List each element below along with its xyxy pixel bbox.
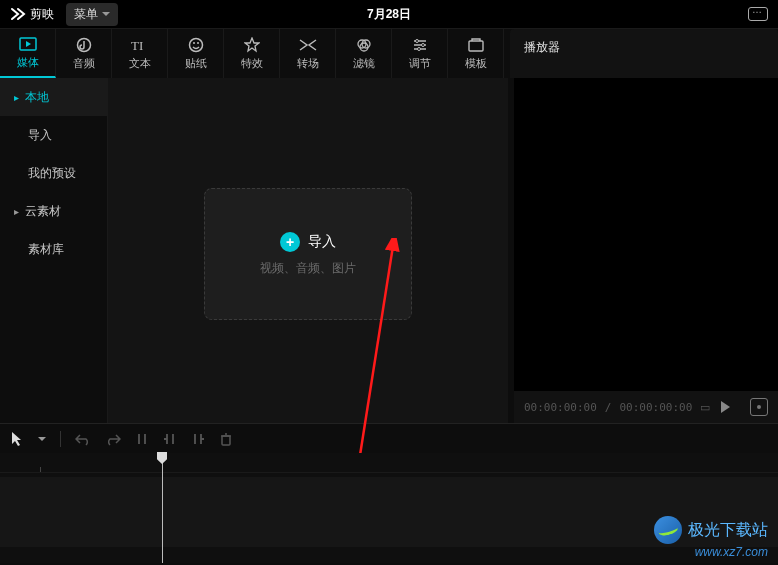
svg-point-9 — [415, 40, 418, 43]
tab-effect[interactable]: 特效 — [224, 29, 280, 78]
play-button[interactable] — [721, 401, 730, 413]
plus-icon: + — [280, 232, 300, 252]
text-icon: TI — [130, 36, 150, 54]
delete-left-button[interactable] — [163, 432, 177, 446]
sidebar-item-presets[interactable]: 我的预设 — [0, 154, 107, 192]
sidebar-item-library[interactable]: 素材库 — [0, 230, 107, 268]
svg-rect-12 — [469, 41, 483, 51]
redo-button[interactable] — [105, 432, 121, 446]
filter-icon — [354, 36, 374, 54]
logo-icon — [10, 7, 26, 21]
undo-button[interactable] — [75, 432, 91, 446]
tab-audio[interactable]: 音频 — [56, 29, 112, 78]
timeline[interactable] — [0, 453, 778, 563]
menu-button[interactable]: 菜单 — [66, 3, 118, 26]
player-controls: 00:00:00:00 / 00:00:00:00 ▭ — [514, 391, 778, 423]
svg-rect-15 — [222, 436, 230, 445]
media-icon — [18, 35, 38, 53]
fullscreen-icon[interactable] — [750, 398, 768, 416]
tab-media[interactable]: 媒体 — [0, 29, 56, 78]
player-panel: 00:00:00:00 / 00:00:00:00 ▭ — [514, 78, 778, 423]
svg-point-5 — [197, 42, 199, 44]
app-name: 剪映 — [30, 6, 54, 23]
effect-icon — [242, 36, 262, 54]
svg-point-14 — [757, 405, 761, 409]
sidebar-item-cloud[interactable]: 云素材 — [0, 192, 107, 230]
separator — [60, 431, 61, 447]
tab-adjust[interactable]: 调节 — [392, 29, 448, 78]
svg-text:TI: TI — [131, 38, 143, 52]
ratio-icon[interactable]: ▭ — [700, 401, 710, 414]
timeline-toolbar — [0, 423, 778, 453]
app-logo: 剪映 — [10, 6, 54, 23]
project-title: 7月28日 — [367, 6, 411, 23]
svg-point-4 — [193, 42, 195, 44]
delete-right-button[interactable] — [191, 432, 205, 446]
player-viewport — [514, 78, 778, 391]
keyboard-shortcut-icon[interactable] — [748, 7, 768, 21]
import-subtitle: 视频、音频、图片 — [260, 260, 356, 277]
media-drop-area: + 导入 视频、音频、图片 — [108, 78, 508, 423]
tab-transition[interactable]: 转场 — [280, 29, 336, 78]
timeline-track[interactable] — [0, 477, 778, 547]
svg-point-11 — [417, 48, 420, 51]
main-area: 本地 导入 我的预设 云素材 素材库 + 导入 视频、音频、图片 00:00:0… — [0, 78, 778, 423]
transition-icon — [298, 36, 318, 54]
delete-button[interactable] — [219, 432, 233, 446]
tab-filter[interactable]: 滤镜 — [336, 29, 392, 78]
adjust-icon — [410, 36, 430, 54]
media-sidebar: 本地 导入 我的预设 云素材 素材库 — [0, 78, 108, 423]
cursor-dropdown-icon[interactable] — [38, 437, 46, 441]
player-panel-header: 播放器 — [510, 29, 778, 78]
ruler-tick — [40, 467, 41, 472]
import-title-row: + 导入 — [280, 232, 336, 252]
split-button[interactable] — [135, 432, 149, 446]
template-icon — [466, 36, 486, 54]
svg-point-3 — [189, 39, 202, 52]
import-title: 导入 — [308, 233, 336, 251]
tab-text[interactable]: TI 文本 — [112, 29, 168, 78]
playhead[interactable] — [162, 453, 163, 563]
timeline-ruler[interactable] — [0, 453, 778, 473]
time-total: 00:00:00:00 — [619, 401, 692, 414]
tab-template[interactable]: 模板 — [448, 29, 504, 78]
time-current: 00:00:00:00 — [524, 401, 597, 414]
svg-point-10 — [421, 44, 424, 47]
audio-icon — [74, 36, 94, 54]
sidebar-item-import[interactable]: 导入 — [0, 116, 107, 154]
tab-sticker[interactable]: 贴纸 — [168, 29, 224, 78]
sidebar-item-local[interactable]: 本地 — [0, 78, 107, 116]
import-box[interactable]: + 导入 视频、音频、图片 — [204, 188, 412, 320]
menu-label: 菜单 — [74, 6, 98, 23]
time-sep: / — [605, 401, 612, 414]
title-bar: 剪映 菜单 7月28日 — [0, 0, 778, 28]
chevron-down-icon — [102, 12, 110, 16]
cursor-tool[interactable] — [10, 431, 24, 447]
player-label: 播放器 — [524, 39, 560, 56]
category-tabs: 媒体 音频 TI 文本 贴纸 特效 转场 滤镜 调节 模板 播放器 — [0, 28, 778, 78]
sticker-icon — [186, 36, 206, 54]
